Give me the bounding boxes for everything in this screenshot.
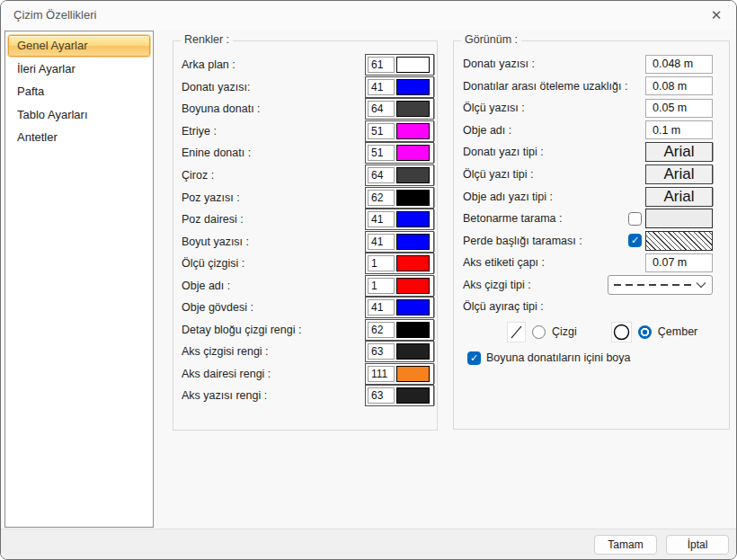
color-picker-etriye[interactable]: 51 bbox=[365, 120, 434, 142]
color-row: Arka plan :61 bbox=[182, 54, 434, 76]
color-picker-poz-yazisi[interactable]: 62 bbox=[365, 187, 434, 209]
betonarme-tarama-checkbox[interactable] bbox=[628, 212, 642, 226]
color-swatch[interactable] bbox=[396, 211, 430, 227]
color-swatch[interactable] bbox=[396, 322, 430, 338]
sidebar-item-pafta[interactable]: Pafta bbox=[8, 81, 150, 102]
color-picker-detay-blogu[interactable]: 62 bbox=[365, 319, 434, 341]
view-row-label: Ölçü yazısı : bbox=[463, 102, 525, 114]
color-number[interactable]: 1 bbox=[368, 278, 395, 294]
color-number[interactable]: 41 bbox=[368, 299, 395, 316]
view-row: Betonarme tarama : bbox=[463, 208, 713, 230]
color-row-label: Obje adı : bbox=[182, 280, 230, 292]
colors-group-legend: Renkler : bbox=[181, 33, 233, 46]
color-swatch[interactable] bbox=[396, 278, 430, 294]
color-swatch[interactable] bbox=[396, 343, 430, 360]
view-group: Görünüm : Donatı yazısı : Donatılar aras… bbox=[453, 40, 730, 430]
color-picker-boyuna-donati[interactable]: 64 bbox=[365, 98, 434, 120]
color-row-label: Poz dairesi : bbox=[182, 213, 244, 226]
color-swatch[interactable] bbox=[396, 299, 430, 316]
color-number[interactable]: 63 bbox=[368, 343, 395, 360]
color-picker-ciroz[interactable]: 64 bbox=[365, 164, 434, 186]
view-row: Obje adı : bbox=[463, 120, 713, 142]
perde-hatch-swatch[interactable] bbox=[645, 231, 713, 251]
color-picker-obje-govdesi[interactable]: 41 bbox=[365, 297, 434, 318]
color-swatch[interactable] bbox=[396, 255, 430, 271]
cember-radio[interactable] bbox=[638, 325, 652, 339]
color-swatch[interactable] bbox=[396, 123, 430, 139]
color-number[interactable]: 1 bbox=[368, 255, 395, 271]
color-row: Obje adı :1 bbox=[182, 274, 434, 297]
betonarme-hatch-swatch[interactable] bbox=[645, 209, 713, 228]
color-picker-arka-plan[interactable]: 61 bbox=[365, 54, 434, 76]
sidebar-item-label: Tablo Ayarları bbox=[17, 108, 88, 121]
color-row-label: Donatı yazısı: bbox=[182, 81, 250, 93]
view-row-label: Ölçü ayıraç tipi : bbox=[463, 300, 544, 313]
color-picker-enine-donati[interactable]: 51 bbox=[365, 142, 434, 164]
color-number[interactable]: 111 bbox=[368, 366, 395, 382]
betonarme-hatch-cluster bbox=[628, 209, 713, 228]
cizgi-radio[interactable] bbox=[532, 325, 546, 339]
cancel-button[interactable]: İptal bbox=[666, 535, 729, 555]
perde-hatch-cluster: ✓ bbox=[628, 231, 713, 251]
color-row: Poz yazısı :62 bbox=[182, 186, 434, 209]
color-picker-olcu-cizgisi[interactable]: 1 bbox=[365, 253, 434, 274]
color-picker-aks-yazisi[interactable]: 63 bbox=[365, 385, 434, 406]
color-number[interactable]: 41 bbox=[368, 211, 395, 227]
sidebar-item-antetler[interactable]: Antetler bbox=[8, 127, 150, 148]
sidebar-item-genel-ayarlar[interactable]: Genel Ayarlar bbox=[8, 35, 150, 57]
color-swatch[interactable] bbox=[396, 79, 430, 95]
color-number[interactable]: 61 bbox=[368, 57, 395, 73]
color-picker-aks-cizgisi[interactable]: 63 bbox=[365, 341, 434, 362]
cember-radio-label: Çember bbox=[658, 325, 697, 338]
color-swatch[interactable] bbox=[396, 190, 430, 206]
color-row-label: Aks dairesi rengi : bbox=[182, 368, 271, 380]
color-row-label: Ölçü çizgisi : bbox=[182, 257, 244, 270]
color-picker-boyut-yazisi[interactable]: 41 bbox=[365, 231, 434, 253]
colors-group: Renkler : Arka plan :61 Donatı yazısı:41… bbox=[173, 40, 438, 431]
donati-font-button[interactable]: Arial bbox=[645, 142, 713, 162]
obje-adi-input[interactable] bbox=[645, 120, 713, 139]
color-number[interactable]: 63 bbox=[368, 387, 395, 404]
sidebar-item-ileri-ayarlar[interactable]: İleri Ayarlar bbox=[8, 58, 150, 79]
view-row: Ölçü yazı tipi :Arial bbox=[463, 164, 713, 186]
color-number[interactable]: 41 bbox=[368, 234, 395, 250]
color-number[interactable]: 64 bbox=[368, 167, 395, 183]
dialog-footer: Tamam İptal bbox=[1, 529, 736, 559]
boyuna-donati-boya-checkbox[interactable]: ✓ bbox=[467, 351, 481, 365]
color-swatch[interactable] bbox=[396, 234, 430, 250]
olcu-yazisi-input[interactable] bbox=[645, 99, 713, 118]
donati-yazisi-input[interactable] bbox=[645, 55, 713, 74]
aks-etiketi-capi-input[interactable] bbox=[645, 253, 713, 272]
olcu-font-button[interactable]: Arial bbox=[645, 164, 713, 184]
color-number[interactable]: 64 bbox=[368, 101, 395, 117]
color-row: Etriye :51 bbox=[182, 120, 434, 143]
oteleme-uzakligi-input[interactable] bbox=[645, 76, 713, 95]
perde-basligi-checkbox[interactable]: ✓ bbox=[628, 234, 642, 247]
color-picker-donati-yazisi[interactable]: 41 bbox=[365, 76, 434, 98]
color-swatch[interactable] bbox=[396, 57, 430, 73]
color-row-label: Enine donatı : bbox=[182, 147, 251, 159]
color-picker-obje-adi[interactable]: 1 bbox=[365, 275, 434, 297]
color-swatch[interactable] bbox=[396, 145, 430, 161]
cizgi-option: Çizgi bbox=[507, 322, 577, 342]
view-row-label: Betonarme tarama : bbox=[463, 212, 562, 225]
color-picker-poz-dairesi[interactable]: 41 bbox=[365, 209, 434, 230]
color-number[interactable]: 62 bbox=[368, 190, 395, 206]
color-swatch[interactable] bbox=[396, 387, 430, 404]
color-picker-aks-dairesi[interactable]: 111 bbox=[365, 363, 434, 385]
view-row: Donatılar arası öteleme uzaklığı : bbox=[463, 76, 713, 98]
color-number[interactable]: 51 bbox=[368, 123, 395, 139]
close-icon[interactable]: ✕ bbox=[706, 5, 726, 25]
obje-adi-font-button[interactable]: Arial bbox=[645, 187, 713, 207]
aks-cizgi-tipi-dropdown[interactable] bbox=[608, 275, 713, 295]
ok-button[interactable]: Tamam bbox=[594, 535, 657, 555]
color-swatch[interactable] bbox=[396, 366, 430, 382]
color-row: Detay bloğu çizgi rengi :62 bbox=[182, 319, 434, 342]
color-number[interactable]: 41 bbox=[368, 79, 395, 95]
sidebar-item-tablo-ayarlari[interactable]: Tablo Ayarları bbox=[8, 103, 150, 125]
color-number[interactable]: 62 bbox=[368, 322, 395, 338]
color-number[interactable]: 51 bbox=[368, 145, 395, 161]
color-row: Boyuna donatı :64 bbox=[182, 98, 434, 120]
color-swatch[interactable] bbox=[396, 167, 430, 183]
color-swatch[interactable] bbox=[396, 101, 430, 117]
